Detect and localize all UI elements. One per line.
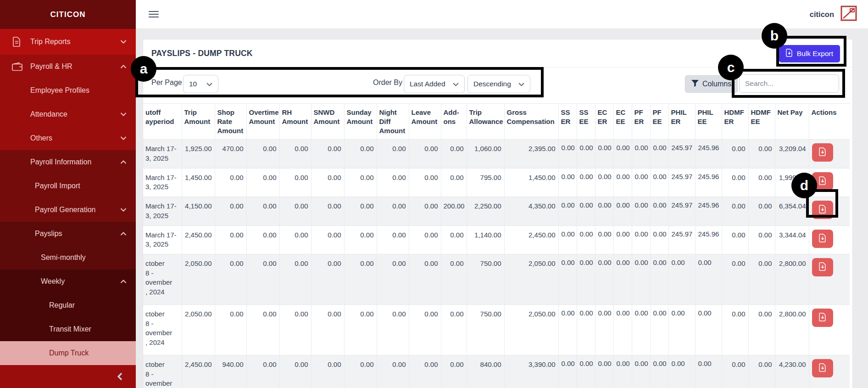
annotation-label-c: c: [718, 55, 744, 80]
cell-phil-er: 245.97: [668, 168, 695, 197]
download-payslip-button[interactable]: [812, 230, 833, 248]
cell-ec-ee: 0.00: [613, 254, 632, 304]
download-payslip-button[interactable]: [812, 143, 833, 162]
sidebar-item-attendance[interactable]: Attendance: [0, 102, 136, 126]
cell-ec-ee: 0.00: [613, 197, 632, 225]
download-payslip-button[interactable]: [812, 309, 833, 327]
search-input[interactable]: [739, 74, 839, 93]
cell-snwd-amount: 0.00: [311, 225, 344, 254]
sidebar-item-transit-mixer[interactable]: Transit Mixer: [0, 317, 136, 341]
bulk-export-button[interactable]: Bulk Export: [779, 45, 840, 62]
cell-actions: [809, 197, 850, 225]
sidebar-item-semi-monthly[interactable]: Semi-monthly: [0, 246, 136, 270]
account-menu[interactable]: citicon: [810, 6, 868, 23]
sidebar-collapse-button[interactable]: [0, 367, 136, 388]
cell-ss-er: 0.00: [558, 355, 577, 388]
cell-phil-ee: 245.96: [695, 225, 722, 254]
column-header-add-ons: Add-ons: [441, 104, 467, 140]
cell-cutoff-payperiod: March 17-3, 2025: [143, 197, 182, 225]
download-payslip-button[interactable]: [812, 258, 833, 276]
cell-leave-amount: 0.00: [409, 254, 441, 304]
cell-sunday-amount: 0.00: [344, 140, 377, 168]
column-header-pf-ee: PFEE: [650, 104, 668, 140]
file-download-icon: [819, 313, 826, 323]
cell-snwd-amount: 0.00: [311, 140, 344, 168]
sidebar-item-payroll-hr[interactable]: Payroll & HR: [0, 55, 136, 79]
cell-trip-allowance: 840.00: [467, 355, 504, 388]
cell-cutoff-payperiod: ctober8 -ovember, 2024: [143, 254, 182, 304]
sidebar-item-payroll-import[interactable]: Payroll Import: [0, 174, 136, 198]
order-field-value: Last Added: [410, 80, 445, 88]
cell-phil-ee: 0.00: [695, 304, 722, 355]
order-field-select[interactable]: Last Added: [404, 75, 465, 93]
cell-cutoff-payperiod: ctober8 -ovember, 2024: [143, 355, 182, 388]
cell-ec-er: 0.00: [595, 225, 613, 254]
column-header-rh-amount: RHAmount: [279, 104, 311, 140]
sidebar-item-regular[interactable]: Regular: [0, 293, 136, 317]
sidebar-item-payroll-information[interactable]: Payroll Information: [0, 150, 136, 174]
sidebar-item-dump-truck[interactable]: Dump Truck: [0, 341, 136, 365]
cell-hdmf-er: 0.00: [722, 304, 748, 355]
cell-ec-er: 0.00: [595, 197, 613, 225]
cell-shop-rate-amount: 0.00: [215, 225, 246, 254]
cell-overtime-amount: 0.00: [246, 355, 279, 388]
cell-actions: [809, 355, 850, 388]
cell-night-diff-amount: 0.00: [377, 304, 409, 355]
cell-pf-ee: 0.00: [650, 254, 668, 304]
order-by-label: Order By: [373, 79, 402, 87]
cell-add-ons: 0.00: [441, 140, 467, 168]
cell-sunday-amount: 0.00: [344, 355, 377, 388]
download-payslip-button[interactable]: [812, 359, 833, 377]
cell-ss-ee: 0.00: [577, 225, 595, 254]
table-row: ctober8 -ovember, 20242,050.000.000.000.…: [143, 304, 850, 355]
chevron-up-icon: [120, 160, 127, 164]
cell-pf-er: 0.00: [632, 225, 650, 254]
cell-shop-rate-amount: 0.00: [215, 168, 246, 197]
account-label: citicon: [810, 10, 834, 19]
column-header-phil-er: PHILER: [668, 104, 695, 140]
cell-net-pay: 2,800.00: [775, 304, 809, 355]
chevron-down-icon: [453, 80, 459, 88]
sidebar-item-weekly[interactable]: Weekly: [0, 270, 136, 293]
chevron-down-icon: [120, 112, 127, 117]
sidebar-item-payslips[interactable]: Payslips: [0, 222, 136, 246]
cell-rh-amount: 0.00: [279, 168, 311, 197]
cell-ec-ee: 0.00: [613, 140, 632, 168]
cell-trip-amount: 1,925.00: [182, 140, 215, 168]
cell-hdmf-ee: 0.00: [748, 197, 775, 225]
cell-rh-amount: 0.00: [279, 140, 311, 168]
cell-phil-er: 245.97: [668, 140, 695, 168]
cell-night-diff-amount: 0.00: [377, 355, 409, 388]
cell-gross-compensation: 1,450.00: [504, 168, 558, 197]
order-direction-select[interactable]: Descending: [467, 75, 530, 93]
column-header-ec-er: ECER: [595, 104, 613, 140]
sidebar-item-others[interactable]: Others: [0, 126, 136, 150]
cell-gross-compensation: 2,050.00: [504, 304, 558, 355]
cell-pf-er: 0.00: [632, 304, 650, 355]
sidebar-item-label: Regular: [49, 301, 75, 309]
cell-ec-ee: 0.00: [613, 304, 632, 355]
column-header-net-pay: Net Pay: [775, 104, 809, 140]
cell-hdmf-ee: 0.00: [748, 225, 775, 254]
cell-gross-compensation: 2,395.00: [504, 140, 558, 168]
per-page-select[interactable]: 10: [183, 75, 218, 93]
cell-hdmf-ee: 0.00: [748, 304, 775, 355]
cell-sunday-amount: 0.00: [344, 168, 377, 197]
file-download-icon: [819, 234, 826, 244]
cell-overtime-amount: 0.00: [246, 254, 279, 304]
sidebar-item-label: Others: [30, 134, 52, 142]
sidebar-item-employee-profiles[interactable]: Employee Profiles: [0, 79, 136, 102]
cell-ec-er: 0.00: [595, 254, 613, 304]
cell-pf-ee: 0.00: [650, 197, 668, 225]
cell-overtime-amount: 0.00: [246, 197, 279, 225]
sidebar-item-payroll-generation[interactable]: Payroll Generation: [0, 198, 136, 222]
table-row: March 17-3, 20251,925.00470.000.000.000.…: [143, 140, 850, 168]
cell-gross-compensation: 3,390.00: [504, 355, 558, 388]
download-payslip-button[interactable]: [812, 201, 833, 219]
sidebar-item-label: Dump Truck: [49, 349, 89, 357]
sidebar-item-trip-reports[interactable]: Trip Reports: [0, 29, 136, 55]
hamburger-menu-icon[interactable]: [149, 11, 159, 17]
cell-pf-er: 0.00: [632, 140, 650, 168]
payslips-card: PAYSLIPS - DUMP TRUCK Bulk Export Per Pa…: [143, 39, 853, 388]
cell-rh-amount: 0.00: [279, 355, 311, 388]
